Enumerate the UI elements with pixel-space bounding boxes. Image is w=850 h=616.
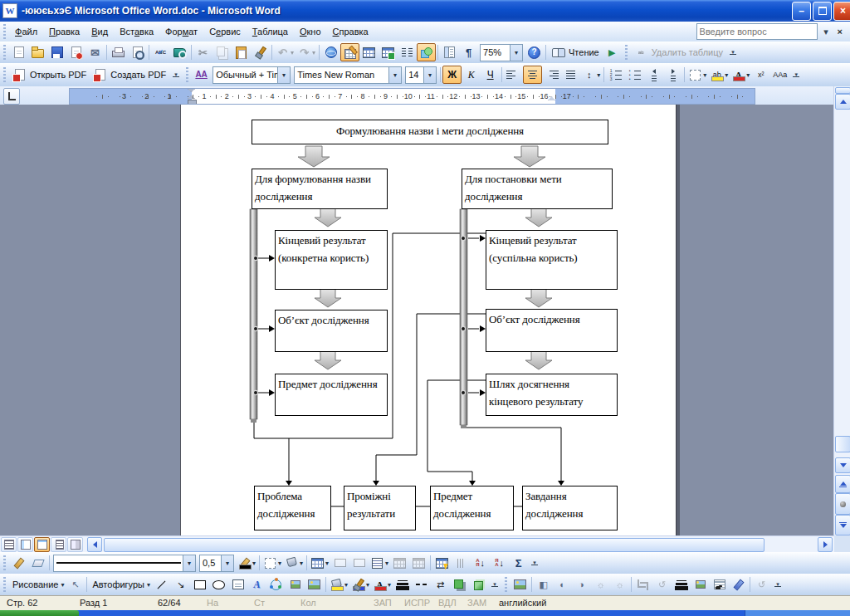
columns-button[interactable] xyxy=(398,43,417,61)
restore-button[interactable] xyxy=(813,2,832,21)
font-color-button[interactable]: А▾ xyxy=(730,66,751,84)
next-page-button[interactable] xyxy=(835,515,850,535)
line-style-combo-dropdown-icon[interactable]: ▾ xyxy=(183,555,195,571)
decrease-indent-button[interactable] xyxy=(644,66,663,84)
email-button[interactable]: ✉ xyxy=(85,43,105,61)
word-app-icon[interactable]: W xyxy=(2,3,17,18)
document-page[interactable]: Формулювання назви і мети дослідження Дл… xyxy=(180,105,677,535)
line-button[interactable] xyxy=(152,575,171,594)
align-left-button[interactable] xyxy=(504,66,523,84)
diagram-box-left-step-3[interactable]: Предмет дослідження xyxy=(275,374,388,416)
3d-style-button[interactable] xyxy=(469,575,488,594)
letters-button[interactable]: АAa xyxy=(770,66,789,84)
shadow-style-button[interactable] xyxy=(450,575,469,594)
menubar-close-icon[interactable]: × xyxy=(835,27,845,37)
paste-button[interactable] xyxy=(232,43,251,61)
horizontal-ruler[interactable]: 1234567891011121314151617321 xyxy=(69,88,755,105)
toolbar-options-chevron[interactable]: ▾ xyxy=(728,44,738,61)
permission-button[interactable] xyxy=(66,43,85,61)
dash-style-button[interactable] xyxy=(412,575,431,594)
style-combo-dropdown-icon[interactable]: ▾ xyxy=(277,67,290,83)
line-spacing-button-dropdown-icon[interactable]: ▾ xyxy=(597,71,600,79)
print-layout-view-button[interactable] xyxy=(34,537,50,552)
redo-button[interactable]: ↷▾ xyxy=(296,43,317,61)
document-map-button[interactable] xyxy=(440,43,459,61)
menu-таблица[interactable]: Таблица xyxy=(247,24,294,39)
spelling-button[interactable]: ABC xyxy=(151,43,170,61)
toolbar-options-chevron[interactable]: ▾ xyxy=(490,576,500,593)
align-center-button[interactable] xyxy=(523,66,542,84)
format-painter-button[interactable] xyxy=(251,43,270,61)
bold-button[interactable]: Ж xyxy=(442,66,462,84)
undo-button[interactable]: ↶▾ xyxy=(274,43,296,61)
autoshapes-menu-button-dropdown-icon[interactable]: ▾ xyxy=(147,581,150,589)
color-mode-button[interactable]: ◧ xyxy=(534,575,553,594)
toolbar-grip[interactable] xyxy=(185,67,189,82)
vertical-scrollbar[interactable] xyxy=(833,86,850,535)
numbered-list-button[interactable]: 123 xyxy=(606,66,625,84)
tab-selector-button[interactable] xyxy=(3,88,20,105)
normal-view-button[interactable] xyxy=(1,537,17,552)
menu-вставка[interactable]: Вставка xyxy=(114,24,159,39)
redo-button-dropdown-icon[interactable]: ▾ xyxy=(312,49,315,56)
status-track-toggle[interactable]: ИСПР xyxy=(404,598,430,608)
line-color-button[interactable]: ▾ xyxy=(349,575,371,594)
clip-art-button[interactable] xyxy=(286,575,305,594)
borders-button[interactable]: ▾ xyxy=(686,66,708,84)
diagram-box-right-step-3[interactable]: Шлях досягнення кінцевого результату xyxy=(486,374,618,416)
select-objects-button[interactable]: ↖ xyxy=(66,575,85,594)
insert-excel-table-button[interactable] xyxy=(379,43,398,61)
scroll-right-button[interactable] xyxy=(818,537,833,552)
wordart-button[interactable]: А xyxy=(247,575,266,594)
toolbar-grip[interactable] xyxy=(2,577,7,592)
distribute-columns-button[interactable] xyxy=(409,554,428,572)
drawing-toggle-button[interactable] xyxy=(417,43,436,61)
print-preview-button[interactable] xyxy=(128,43,147,61)
insert-table-menu-button[interactable]: ▾ xyxy=(309,554,330,572)
split-handle[interactable] xyxy=(835,87,850,94)
compress-pictures-button[interactable] xyxy=(691,575,710,594)
previous-page-button[interactable] xyxy=(835,475,850,493)
diagram-box-bottom-2[interactable]: Проміжні результати xyxy=(344,486,416,530)
fill-color-button-dropdown-icon[interactable]: ▾ xyxy=(344,581,348,589)
diagram-box-right-step-1[interactable]: Кінцевий результат (суспільна користь) xyxy=(486,230,618,290)
system-tray-sliver[interactable] xyxy=(745,610,850,616)
reading-button[interactable]: Чтение xyxy=(548,44,603,61)
new-document-button[interactable] xyxy=(9,43,28,61)
insert-table-button[interactable] xyxy=(359,43,379,61)
diagram-button[interactable] xyxy=(266,575,286,594)
format-object-button[interactable] xyxy=(729,575,748,594)
bullet-list-button[interactable]: ••• xyxy=(625,66,644,84)
create-pdf-button[interactable]: Создать PDF xyxy=(90,66,169,83)
distribute-rows-button[interactable] xyxy=(390,554,409,572)
crop-button[interactable] xyxy=(633,575,652,594)
toolbar-options-chevron[interactable]: ▾ xyxy=(171,66,181,83)
menu-справка[interactable]: Справка xyxy=(327,24,374,39)
size-combo-dropdown-icon[interactable]: ▾ xyxy=(423,67,436,83)
italic-button[interactable]: К xyxy=(462,66,481,84)
text-direction-button[interactable] xyxy=(452,554,471,572)
save-button[interactable] xyxy=(47,43,66,61)
style-combo[interactable]: Обычный + Time▾ xyxy=(212,66,291,84)
size-combo[interactable]: 14▾ xyxy=(405,66,437,84)
vertical-scroll-thumb[interactable] xyxy=(835,436,850,452)
cell-alignment-button-dropdown-icon[interactable]: ▾ xyxy=(385,560,388,567)
web-layout-view-button[interactable] xyxy=(17,537,33,552)
shading-color-button[interactable]: ▾ xyxy=(283,554,305,572)
outside-border-button[interactable]: ▾ xyxy=(261,554,283,572)
less-contrast-button[interactable]: ◑ xyxy=(572,575,591,594)
insert-picture-file-button[interactable] xyxy=(510,575,530,594)
start-button-sliver[interactable] xyxy=(0,610,79,616)
reset-picture-button[interactable]: ↺ xyxy=(752,575,771,594)
arrow-button[interactable]: ↘ xyxy=(171,575,190,594)
shading-color-button-dropdown-icon[interactable]: ▾ xyxy=(300,560,303,567)
reading-view-button[interactable] xyxy=(67,537,83,552)
question-dropdown-icon[interactable]: ▾ xyxy=(821,24,832,39)
split-cells-button[interactable] xyxy=(349,554,369,572)
horizontal-scroll-thumb[interactable] xyxy=(104,538,765,552)
diagram-box-bottom-4[interactable]: Завдання дослідження xyxy=(522,486,618,530)
line-color-button-dropdown-icon[interactable]: ▾ xyxy=(366,581,369,589)
increase-indent-button[interactable] xyxy=(663,66,682,84)
menu-сервис[interactable]: Сервис xyxy=(203,24,247,39)
text-box-button[interactable] xyxy=(228,575,247,594)
